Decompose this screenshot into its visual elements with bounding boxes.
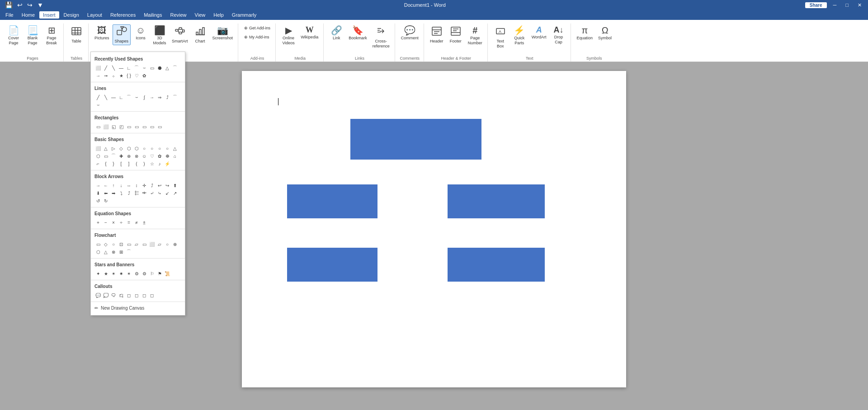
icons-button[interactable]: ☺ Icons [132,24,150,42]
minimize-btn[interactable]: ─ [830,2,840,8]
callout-cloud[interactable]: 🗯 [118,292,125,299]
menu-help[interactable]: Help [210,11,227,19]
smartart-button[interactable]: SmartArt [170,24,190,45]
undo-btn[interactable]: ↩ [16,1,24,9]
ba-notched[interactable]: ⤶ [148,189,156,197]
bs-rtri[interactable]: ▷ [110,145,117,152]
page-break-button[interactable]: ⊞ PageBreak [42,24,61,47]
ba-bigup[interactable]: ⬆ [171,182,179,189]
line-curve1[interactable]: ⌒ [125,94,132,101]
shape-line3[interactable]: — [118,64,125,71]
shape-line1[interactable]: ╱ [102,64,109,71]
eq-mult[interactable]: × [110,219,117,226]
fc-prep[interactable]: ⬡ [94,248,102,255]
bs-plus[interactable]: ⊕ [125,152,132,160]
wikipedia-button[interactable]: W Wikipedia [298,24,321,41]
shape-line4[interactable]: ∟ [125,64,132,71]
shape-tri[interactable]: △ [164,64,171,71]
eq-neq[interactable]: ≠ [133,219,140,226]
callout-line4[interactable]: ◻ [148,292,156,299]
bs-cross[interactable]: ✚ [118,152,125,160]
bs-circle[interactable]: ○ [141,145,148,152]
blue-rect-4[interactable] [287,248,377,282]
ba-uturn[interactable]: ↩ [156,182,163,189]
line-back[interactable]: ╲ [102,94,109,101]
callout-round[interactable]: 💭 [102,292,109,299]
gear-12[interactable]: ⚙ [141,270,148,277]
bs-gear[interactable]: ☸ [164,152,171,160]
rect-r6[interactable]: ▭ [156,123,163,130]
bs-brace2[interactable]: } [110,160,117,167]
bs-oval[interactable]: ○ [148,145,156,152]
star-7pt[interactable]: ✷ [118,270,125,277]
rect-r3[interactable]: ▭ [133,123,140,130]
ba-curve1[interactable]: ⤵ [118,189,125,197]
shape-line2[interactable]: ╲ [110,64,117,71]
fc-io[interactable]: ▱ [133,240,140,248]
blue-rect-3[interactable] [448,184,545,218]
menu-design[interactable]: Design [60,11,83,19]
shape-flower[interactable]: ✿ [141,72,148,79]
fc-store[interactable]: ⊗ [110,248,117,255]
bs-heart[interactable]: ♡ [148,152,156,160]
table-button[interactable]: Table [67,24,85,45]
line-horiz[interactable]: — [110,94,117,101]
rect-rounded[interactable]: ⬜ [102,123,109,130]
bs-hex2[interactable]: ⬡ [94,152,102,160]
get-addins-button[interactable]: ⊕ Get Add-ins [242,24,273,32]
qat-dropdown[interactable]: ▼ [36,1,45,9]
star-4pt[interactable]: ✦ [94,270,102,277]
star-8pt[interactable]: ✴ [125,270,132,277]
document-page[interactable] [242,71,626,387]
shape-rect2[interactable]: ⬣ [156,64,163,71]
bs-fold[interactable]: ⌒ [110,152,117,160]
line-scribble[interactable]: ∫ [141,94,148,101]
bs-bracket2[interactable]: ] [125,160,132,167]
blue-rect-1[interactable] [350,119,481,160]
eq-minus[interactable]: − [102,219,109,226]
3d-models-button[interactable]: ⬛ 3DModels [151,24,169,47]
bs-lightning[interactable]: ⚡ [164,160,171,167]
shape-arrow1[interactable]: → [94,72,102,79]
fc-term[interactable]: ○ [110,240,117,248]
bookmark-button[interactable]: 🔖 Bookmark [346,24,369,42]
line-arrow1[interactable]: → [148,94,156,101]
pictures-button[interactable]: 🖼 Pictures [92,24,112,42]
screenshot-button[interactable]: 📷 Screenshot [210,24,236,42]
rect-r5[interactable]: ▭ [148,123,156,130]
eq-eq[interactable]: = [125,219,132,226]
ba-circ2[interactable]: ↻ [102,197,109,204]
banner-scroll[interactable]: 📜 [164,270,171,277]
menu-layout[interactable]: Layout [84,11,106,19]
page-number-button[interactable]: # PageNumber [466,24,485,47]
ba-curve2[interactable]: ⤴ [125,189,132,197]
line-curve2[interactable]: ⌣ [133,94,140,101]
eq-pm[interactable]: ± [141,219,148,226]
bs-paren2[interactable]: ) [141,160,148,167]
shape-arc[interactable]: ⌒ [133,64,140,71]
comment-button[interactable]: 💬 Comment [399,24,421,42]
bs-bracket1[interactable]: [ [118,160,125,167]
bs-notu[interactable]: ⌐ [94,160,102,167]
line-elbow[interactable]: ∟ [118,94,125,101]
ba-down[interactable]: ↓ [118,182,125,189]
callout-line1[interactable]: ◻ [125,292,132,299]
fc-db[interactable]: ⊞ [118,248,125,255]
close-btn[interactable]: ✕ [855,2,864,8]
callout-oval[interactable]: 🗨 [110,292,117,299]
line-curve3[interactable]: ⌒ [171,94,179,101]
quick-access-toolbar[interactable]: 💾 ↩ ↪ ▼ [4,1,45,9]
share-button[interactable]: Share [805,2,827,8]
bs-house[interactable]: ⌂ [171,152,179,160]
shape-heart[interactable]: ♡ [133,72,140,79]
bs-frame[interactable]: ▭ [102,152,109,160]
ba-bigright[interactable]: ➡ [110,189,117,197]
ba-strip1[interactable]: ⬱ [133,189,140,197]
bs-note[interactable]: ♪ [156,160,163,167]
bs-hex[interactable]: ⬡ [125,145,132,152]
menu-grammarly[interactable]: Grammarly [228,11,260,19]
shape-star[interactable]: ★ [118,72,125,79]
bs-diamond[interactable]: ◇ [118,145,125,152]
eq-plus[interactable]: + [94,219,102,226]
callout-line2[interactable]: ◻ [133,292,140,299]
